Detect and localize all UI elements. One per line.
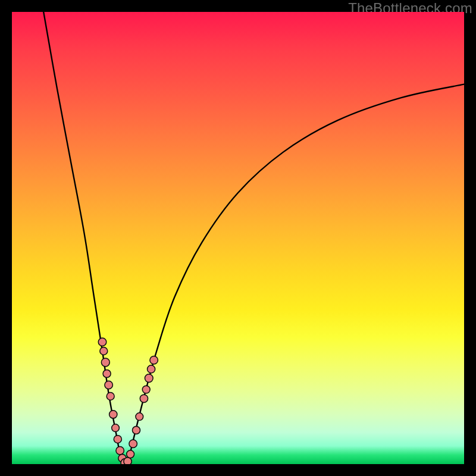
data-point [101, 358, 109, 367]
data-point [103, 369, 111, 377]
bottleneck-curve-plot [12, 12, 464, 464]
data-point [132, 426, 140, 434]
data-point [140, 394, 148, 402]
data-point [129, 440, 137, 448]
chart-frame [12, 12, 464, 464]
data-point [142, 386, 150, 393]
data-point [107, 393, 114, 400]
data-point [145, 374, 153, 383]
data-point [100, 347, 108, 355]
data-point [112, 424, 120, 432]
data-point [98, 338, 107, 346]
data-point [136, 413, 143, 421]
data-point [148, 365, 155, 373]
data-point [150, 356, 158, 364]
data-points-group [98, 338, 158, 464]
data-point [127, 450, 134, 458]
data-point [116, 446, 124, 455]
data-point [114, 436, 121, 443]
data-point [105, 381, 113, 389]
data-point [109, 411, 117, 418]
curve-right-branch [125, 84, 464, 464]
